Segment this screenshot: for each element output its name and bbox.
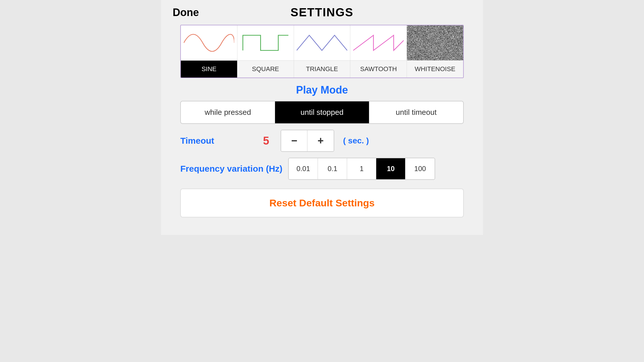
- play-mode-until-timeout[interactable]: until timeout: [369, 101, 463, 123]
- freq-btn-1[interactable]: 1: [347, 158, 376, 179]
- timeout-increase-button[interactable]: +: [307, 130, 334, 151]
- triangle-icon: [297, 29, 347, 57]
- play-mode-title: Play Mode: [180, 84, 464, 96]
- header: Done SETTINGS: [161, 0, 483, 22]
- timeout-row: Timeout 5 − + ( sec. ): [180, 130, 464, 152]
- waveform-labels: SINE SQUARE TRIANGLE SAWTOOTH WHITENOISE: [181, 61, 463, 78]
- play-mode-section: Play Mode while pressed until stopped un…: [180, 84, 464, 124]
- frequency-row: Frequency variation (Hz) 0.01 0.1 1 10 1…: [180, 158, 464, 180]
- sine-icon: [184, 29, 234, 57]
- waveform-label-square[interactable]: SQUARE: [237, 61, 294, 78]
- waveform-section: SINE SQUARE TRIANGLE SAWTOOTH WHITENOISE: [180, 25, 464, 78]
- reset-section: Reset Default Settings: [180, 189, 464, 217]
- frequency-options: 0.01 0.1 1 10 100: [288, 158, 435, 180]
- freq-btn-100[interactable]: 100: [405, 158, 435, 179]
- waveform-preview-triangle[interactable]: [294, 25, 351, 60]
- waveform-preview-whitenoise[interactable]: [407, 25, 463, 60]
- waveform-label-sawtooth[interactable]: SAWTOOTH: [350, 61, 407, 78]
- freq-btn-10[interactable]: 10: [376, 158, 405, 179]
- waveform-label-triangle[interactable]: TRIANGLE: [294, 61, 351, 78]
- noise-canvas: [407, 25, 463, 60]
- play-mode-while-pressed[interactable]: while pressed: [181, 101, 275, 123]
- timeout-label: Timeout: [180, 136, 253, 146]
- sawtooth-icon: [353, 29, 404, 57]
- freq-btn-001[interactable]: 0.01: [289, 158, 318, 179]
- timeout-value: 5: [260, 135, 272, 147]
- freq-btn-01[interactable]: 0.1: [318, 158, 347, 179]
- settings-page: Done SETTINGS: [161, 0, 483, 235]
- waveform-preview-sawtooth[interactable]: [350, 25, 407, 60]
- waveform-previews: [181, 25, 463, 61]
- waveform-label-whitenoise[interactable]: WHITENOISE: [407, 61, 463, 78]
- waveform-label-sine[interactable]: SINE: [181, 61, 237, 78]
- timeout-stepper: − +: [281, 130, 334, 152]
- square-icon: [240, 29, 291, 57]
- play-mode-buttons: while pressed until stopped until timeou…: [180, 101, 464, 124]
- page-title: SETTINGS: [290, 6, 354, 19]
- timeout-unit: ( sec. ): [343, 136, 369, 145]
- waveform-preview-square[interactable]: [237, 25, 294, 60]
- waveform-preview-sine[interactable]: [181, 25, 237, 60]
- play-mode-until-stopped[interactable]: until stopped: [275, 101, 369, 123]
- frequency-label: Frequency variation (Hz): [180, 164, 282, 174]
- reset-button[interactable]: Reset Default Settings: [180, 189, 464, 217]
- done-button[interactable]: Done: [173, 6, 199, 19]
- timeout-decrease-button[interactable]: −: [281, 130, 307, 151]
